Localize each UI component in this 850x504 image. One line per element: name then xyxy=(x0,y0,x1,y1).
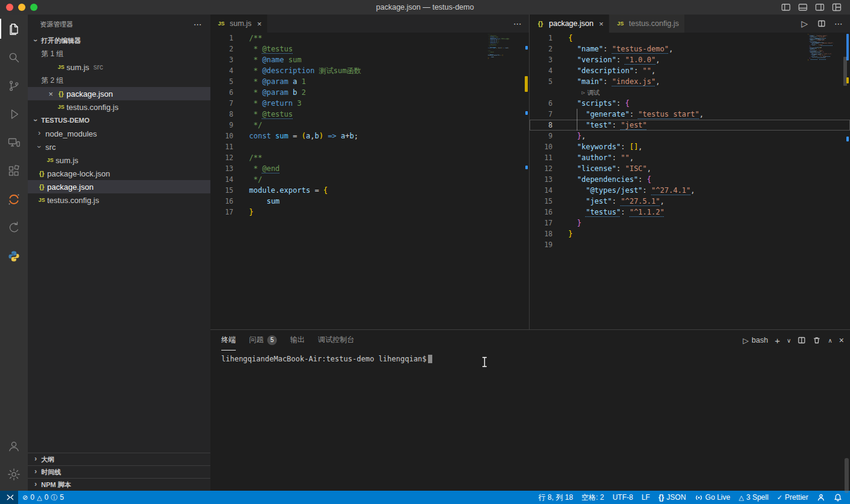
activity-jupyter-icon[interactable] xyxy=(0,185,28,213)
overview-info-marker xyxy=(525,166,528,169)
code-line: 14 */ xyxy=(210,174,529,185)
customize-layout-icon[interactable] xyxy=(832,2,842,12)
activity-explorer-icon[interactable] xyxy=(0,15,28,43)
zoom-window-button[interactable] xyxy=(30,4,37,11)
split-editor-icon[interactable] xyxy=(816,18,827,29)
open-editors-header[interactable]: › 打开的编辑器 xyxy=(28,34,210,47)
editor2-code[interactable]: 1{2 "name": "testus-demo",3 "version": "… xyxy=(530,33,850,329)
status-prettier[interactable]: ✓Prettier xyxy=(773,491,813,504)
panel-tab-终端[interactable]: 终端 xyxy=(221,330,236,351)
toggle-secondary-sidebar-icon[interactable] xyxy=(815,2,825,12)
open-editor-item[interactable]: ×{}package.json xyxy=(28,87,210,100)
open-editor-item[interactable]: JSsum.jssrc xyxy=(28,60,210,74)
terminal[interactable]: lihengqiandeMacBook-Air:testus-demo lihe… xyxy=(210,351,850,364)
codelens[interactable]: ▷调试 xyxy=(530,87,850,98)
status-cursor-position[interactable]: 行 8, 列 18 xyxy=(534,491,577,504)
sidebar-section-大纲[interactable]: ›大纲 xyxy=(28,453,210,465)
braces-icon: {} xyxy=(658,493,664,502)
line-number: 6 xyxy=(210,87,233,98)
status-encoding[interactable]: UTF-8 xyxy=(608,491,637,504)
sidebar-section-时间线[interactable]: ›时间线 xyxy=(28,465,210,478)
problems-indicator[interactable]: ⊘ 0 △ 0 ⓘ 5 xyxy=(18,491,68,504)
file-label: package.json xyxy=(67,89,113,99)
close-window-button[interactable] xyxy=(6,4,13,11)
close-tab-icon[interactable]: × xyxy=(257,19,262,28)
code-line: 5 "main": "index.js", xyxy=(530,76,850,87)
line-number: 17 xyxy=(530,218,553,228)
status-language-mode[interactable]: {}JSON xyxy=(654,491,690,504)
activity-source-control-icon[interactable] xyxy=(0,71,28,100)
line-number: 11 xyxy=(210,141,233,152)
activity-remote-explorer-icon[interactable] xyxy=(0,128,28,157)
tree-item[interactable]: ›src xyxy=(28,140,210,153)
tree-item[interactable]: JSsum.js xyxy=(28,153,210,167)
code-line: 17} xyxy=(210,207,529,218)
remote-indicator[interactable] xyxy=(0,491,18,504)
tab-package.json[interactable]: {}package.json× xyxy=(530,15,609,33)
close-tab-icon[interactable]: × xyxy=(599,19,604,28)
new-terminal-icon[interactable]: + xyxy=(774,335,780,346)
file-label: package-lock.json xyxy=(47,169,110,178)
tree-item[interactable]: JStestus.config.js xyxy=(28,193,210,207)
tab-sum.js[interactable]: JSsum.js× xyxy=(210,15,268,33)
sidebar-section-NPM 脚本[interactable]: ›NPM 脚本 xyxy=(28,478,210,491)
tree-item[interactable]: ›node_modules xyxy=(28,127,210,140)
panel-tab-调试控制台[interactable]: 调试控制台 xyxy=(318,330,354,351)
code-line: 17 } xyxy=(530,218,850,228)
activity-undo-history-icon[interactable] xyxy=(0,213,28,242)
open-editor-item[interactable]: JStestus.config.js xyxy=(28,100,210,114)
activity-python-icon[interactable] xyxy=(0,242,28,270)
activity-settings-icon[interactable] xyxy=(0,460,28,488)
check-icon: ✓ xyxy=(777,494,782,502)
editor1-code[interactable]: 1/**2 * @testus3 * @name sum4 * @descrip… xyxy=(210,33,529,329)
status-notifications[interactable] xyxy=(829,491,846,504)
panel-tab-输出[interactable]: 输出 xyxy=(290,330,305,351)
status-spell-checker[interactable]: △3 Spell xyxy=(735,491,773,504)
tree-item[interactable]: {}package.json xyxy=(28,180,210,193)
editor1-more-actions-icon[interactable]: ⋯ xyxy=(512,18,523,29)
code-line: 8 * @testus xyxy=(210,109,529,120)
sidebar-more-actions-icon[interactable]: ⋯ xyxy=(193,19,202,29)
toggle-primary-sidebar-icon[interactable] xyxy=(781,2,791,12)
status-indentation[interactable]: 空格: 2 xyxy=(577,491,608,504)
editor1-minimap[interactable]: /** * @testus * @name sum * @description… xyxy=(488,34,521,60)
run-file-icon[interactable]: ▷ xyxy=(799,18,810,29)
code-line: 15module.exports = { xyxy=(210,185,529,196)
panel-tab-label: 终端 xyxy=(221,335,236,345)
file-label: testus.config.js xyxy=(47,196,99,205)
toggle-panel-icon[interactable] xyxy=(798,2,808,12)
tab-testus.config.js[interactable]: JStestus.config.js xyxy=(609,15,685,33)
split-terminal-icon[interactable] xyxy=(797,336,806,344)
maximize-panel-icon[interactable]: ∧ xyxy=(828,337,832,344)
tree-item[interactable]: {}package-lock.json xyxy=(28,167,210,180)
close-panel-icon[interactable]: × xyxy=(839,335,844,345)
status-eol[interactable]: LF xyxy=(637,491,654,504)
close-editor-icon[interactable]: × xyxy=(46,89,56,99)
activity-search-icon[interactable] xyxy=(0,43,28,71)
editor2-minimap[interactable]: { "name": "testus-demo", "version": "1.0… xyxy=(808,34,841,63)
minimize-window-button[interactable] xyxy=(18,4,25,11)
activity-extensions-icon[interactable] xyxy=(0,157,28,185)
terminal-shell-selector[interactable]: ▷ bash xyxy=(743,336,768,345)
status-feedback[interactable] xyxy=(813,491,829,504)
code-line: 10const sum = (a,b) => a+b; xyxy=(210,131,529,141)
editor-group-label: 第 2 组 xyxy=(28,74,210,87)
code-line: 4 * @description 测试sum函数 xyxy=(210,65,529,76)
status-bar: ⊘ 0 △ 0 ⓘ 5 行 8, 列 18空格: 2UTF-8LF{}JSONG… xyxy=(0,491,850,504)
activity-account-icon[interactable] xyxy=(0,431,28,460)
status-go-live[interactable]: Go Live xyxy=(690,491,735,504)
status-label: Prettier xyxy=(785,493,808,502)
panel-tab-问题[interactable]: 问题5 xyxy=(249,330,277,351)
terminal-dropdown-icon[interactable]: ∨ xyxy=(787,337,791,344)
line-number: 7 xyxy=(530,109,553,120)
code-line: 12 "license": "ISC", xyxy=(530,163,850,174)
code-line: 15 "jest": "^27.5.1", xyxy=(530,196,850,207)
line-number: 7 xyxy=(210,98,233,109)
kill-terminal-icon[interactable] xyxy=(813,336,821,344)
code-line: 7 "generate": "testus start", xyxy=(530,109,850,120)
editor2-more-actions-icon[interactable]: ⋯ xyxy=(833,18,844,29)
terminal-scrollbar[interactable] xyxy=(845,458,849,493)
activity-run-and-debug-icon[interactable] xyxy=(0,100,28,128)
project-root-header[interactable]: › TESTUS-DEMO xyxy=(28,114,210,127)
activity-bar xyxy=(0,15,28,491)
